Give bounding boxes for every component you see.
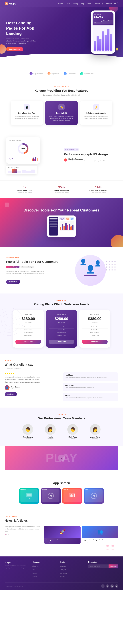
- svg-text:78: 78: [50, 495, 52, 497]
- nav-pricing[interactable]: Pricing: [73, 3, 78, 4]
- perf-decoration: [0, 306, 25, 338]
- footer-col-1: Features Marketing Analytics Commerce In…: [60, 561, 85, 579]
- price-amount-1: $280.00: [49, 316, 74, 321]
- news-dot-2: [8, 534, 9, 535]
- svg-text:78: 78: [93, 495, 95, 497]
- footer-links-0: About Us Blog Careers Contact: [32, 564, 57, 578]
- logo-text: xhapp: [9, 2, 16, 5]
- tools-read-more-button[interactable]: Read More: [6, 280, 20, 284]
- features-section: Best Features Xshapp Providing You Best …: [0, 80, 123, 131]
- team-section: OUR TEAM Our Professional Team Members 👨…: [0, 408, 123, 446]
- mini-bar-1: [32, 158, 33, 161]
- platform-decoration: [84, 275, 97, 276]
- social-twitter[interactable]: t: [106, 584, 109, 588]
- footer-brand-col: xhapp Lorem ipsum dolor sit amet consect…: [4, 561, 29, 579]
- team-name-0: Jose Cooper: [18, 436, 38, 438]
- logo-icon: ●: [4, 2, 8, 6]
- tools-title: Powerful Tools For Your Customers: [6, 260, 59, 264]
- perf-card-title: Performance Analytics: [9, 140, 37, 141]
- features-grid: 📱 Get a Free App Tool Lorem ipsum dolor …: [4, 101, 119, 125]
- svg-rect-16: [72, 495, 73, 497]
- mini-bar-5: [37, 158, 37, 161]
- footer-link-0-3[interactable]: Contact: [32, 576, 37, 578]
- app-screen-visual-3: 78: [90, 492, 98, 500]
- price-feature-2-3: Feature Four: [82, 334, 108, 337]
- app-screen-visual-2: [68, 492, 76, 500]
- footer-link-0-1[interactable]: Blog: [32, 569, 35, 570]
- quote-icon-2: ": [115, 394, 117, 400]
- team-role-1: Developer: [40, 438, 60, 440]
- nav-links: Home About Pricing Blog News Contact Dow…: [58, 2, 119, 6]
- perf-sub-label: More Free App Trial: [8, 167, 35, 168]
- test-card-name-1: Jose Cramer: [65, 384, 117, 386]
- social-youtube[interactable]: yt: [115, 584, 119, 588]
- testimonials-subtitle: It's not a great experience: [4, 368, 119, 369]
- price-features-1: Feature One Feature Two Feature Three Fe…: [49, 326, 74, 337]
- sponsor-4: Bigcommerce: [80, 72, 94, 75]
- discover-title: Discover Tools For Your Repeat Customers: [23, 208, 99, 212]
- feature-icon-1: ✏️: [58, 104, 65, 110]
- feature-title-2: Life time use & update: [83, 112, 110, 114]
- testimonials-read-more[interactable]: Read More: [4, 392, 17, 396]
- sponsor-3: Framepoint: [64, 72, 76, 75]
- app-screen-visual-1: 78: [47, 492, 55, 500]
- tools-tag-1[interactable]: Product Design: [20, 266, 34, 268]
- nav-cta-button[interactable]: Download Now: [102, 2, 119, 6]
- price-btn-2[interactable]: Choose Now: [82, 340, 108, 344]
- price-feature-2-1: Feature Two: [82, 328, 108, 332]
- testimonials-avatar: 👤: [4, 385, 9, 390]
- footer-subscribe-button[interactable]: Subscribe: [109, 564, 119, 568]
- app-thumb-3: 78 Profile: [84, 488, 104, 504]
- testimonials-text: Lorem ipsum dolor sit amet consectetur a…: [4, 376, 41, 383]
- stat-0: 5X Faster Home Other Lorem ipsum dolor s…: [6, 185, 43, 193]
- team-avatar-3: 👩: [90, 424, 101, 435]
- sponsors-strip: Bigcommerce Figmapoint Framepoint Bigcom…: [0, 66, 123, 80]
- price-btn-0[interactable]: Choose Now: [15, 340, 41, 344]
- nav-about[interactable]: About: [66, 3, 70, 4]
- video-bg-text: PLAY: [46, 451, 77, 465]
- price-plan-2: Popular Plan: [82, 314, 108, 315]
- discover-circle-decoration: [111, 235, 123, 247]
- nav-news[interactable]: News: [87, 3, 91, 4]
- mini-bar-3: [34, 159, 35, 161]
- phone-bar-5: [105, 35, 107, 50]
- social-linkedin[interactable]: in: [110, 584, 114, 588]
- hero-section: Best Landing Pages For App Landing Lorem…: [0, 8, 123, 66]
- footer-link-1-0[interactable]: Marketing: [60, 566, 67, 567]
- footer-col-title-0: Company: [32, 561, 57, 563]
- test-card-2: " Joshua Lorem ipsum dolor sit amet cons…: [63, 393, 119, 402]
- footer-link-1-2[interactable]: Commerce: [60, 572, 67, 574]
- feature-desc-1: Lorem ipsum dolor sit amet consectetur a…: [48, 115, 75, 122]
- nav-contact[interactable]: Contact: [94, 3, 100, 4]
- footer-link-1-1[interactable]: Analytics: [60, 569, 66, 570]
- perf-sub-bars: [8, 169, 35, 173]
- price-btn-1[interactable]: Choose Now: [49, 340, 74, 344]
- performance-content: More Free App Trial Performance graph UX…: [64, 148, 117, 164]
- dashboard-stat-cards: Revenue$12k Users4.2k Sales89%: [59, 217, 74, 220]
- footer-col-0: Company About Us Blog Careers Contact: [32, 561, 57, 579]
- perf-badge: More Free App Trial: [64, 148, 79, 151]
- hero-title: Best Landing Pages For App Landing: [6, 20, 40, 36]
- perf-point-title-0: High Performance: [68, 158, 112, 160]
- navbar: ● xhapp Home About Pricing Blog News Con…: [0, 0, 123, 8]
- perf-point-desc-0: Lorem ipsum dolor sit amet consectetur a…: [68, 160, 112, 162]
- dashboard-sidebar: [49, 217, 58, 236]
- nav-home[interactable]: Home: [58, 3, 63, 4]
- footer-email-input[interactable]: [88, 564, 109, 568]
- footer-link-0-2[interactable]: Careers: [32, 572, 37, 574]
- tools-tag-0[interactable]: Unique Design: [6, 266, 19, 268]
- test-card-text-2: Lorem ipsum dolor sit amet consectetur a…: [65, 397, 117, 399]
- footer-newsletter-col: Newsletter Subscribe: [88, 561, 119, 579]
- footer-link-1-3[interactable]: Insights: [60, 576, 65, 578]
- svg-rect-14: [70, 495, 71, 497]
- nav-blog[interactable]: Blog: [81, 3, 84, 4]
- test-card-text-1: Lorem ipsum dolor sit amet consectetur a…: [65, 387, 117, 389]
- discover-section: Discover Tools For Your Repeat Customers…: [0, 198, 123, 247]
- social-facebook[interactable]: f: [101, 584, 105, 588]
- tools-dots-decoration: [105, 260, 117, 272]
- test-card-name-0: Head Buyer: [65, 374, 117, 376]
- footer-link-0-0[interactable]: About Us: [32, 566, 38, 567]
- testimonials-author-name: Jose Cooper: [11, 386, 20, 388]
- price-feature-1-0: Feature One: [49, 326, 74, 328]
- hero-cta-button[interactable]: Download Now: [6, 47, 23, 51]
